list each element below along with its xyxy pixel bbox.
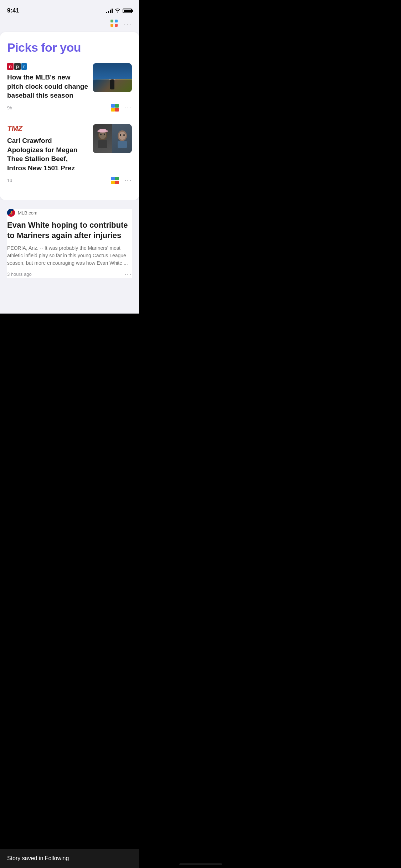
article-footer: 1d ··· — [7, 176, 132, 185]
svg-rect-13 — [118, 141, 127, 148]
full-article[interactable]: 🧍 MLB.com Evan White hoping to contribut… — [7, 209, 132, 278]
status-bar: 9:41 — [0, 0, 139, 18]
more-options-icon[interactable]: ··· — [124, 20, 132, 29]
article-footer: 9h ··· — [7, 104, 132, 112]
widget-icon[interactable] — [110, 19, 118, 29]
wifi-icon — [115, 8, 120, 14]
source-name: MLB.com — [18, 210, 37, 216]
status-icons — [106, 8, 132, 14]
source-row: 🧍 MLB.com — [7, 209, 132, 217]
svg-point-12 — [119, 132, 126, 140]
mlb-logo: 🧍 — [7, 209, 15, 217]
svg-rect-2 — [110, 24, 113, 27]
second-section: 🧍 MLB.com Evan White hoping to contribut… — [0, 200, 139, 313]
article-left: TMZ Carl Crawford Apologizes for Megan T… — [7, 124, 88, 173]
tmz-logo: TMZ — [7, 124, 88, 133]
article-title: How the MLB's new pitch clock could chan… — [7, 73, 88, 100]
svg-point-14 — [120, 134, 121, 136]
more-button[interactable]: ··· — [124, 270, 132, 278]
article-time: 1d — [7, 178, 12, 183]
full-article-time: 3 hours ago — [7, 272, 32, 277]
svg-point-15 — [123, 134, 125, 136]
article-item[interactable]: n p r How the MLB's new pitch clock coul… — [7, 63, 132, 118]
full-article-title: Evan White hoping to contribute to Marin… — [7, 220, 132, 241]
article-thumbnail — [93, 63, 132, 92]
article-title: Carl Crawford Apologizes for Megan Thee … — [7, 136, 88, 173]
more-button[interactable]: ··· — [124, 177, 132, 184]
main-card: Picks for you n p r How the MLB's new pi… — [0, 32, 139, 200]
status-time: 9:41 — [7, 7, 19, 14]
svg-rect-10 — [99, 129, 106, 132]
article-header: TMZ Carl Crawford Apologizes for Megan T… — [7, 124, 132, 173]
article-left: n p r How the MLB's new pitch clock coul… — [7, 63, 88, 100]
full-article-excerpt: PEORIA, Ariz. -- It was probably the Mar… — [7, 244, 132, 267]
more-button[interactable]: ··· — [124, 104, 132, 112]
google-news-icon[interactable] — [111, 104, 119, 112]
page-title: Picks for you — [7, 41, 132, 55]
article-time: 9h — [7, 105, 12, 110]
svg-rect-1 — [115, 20, 118, 22]
article-item[interactable]: TMZ Carl Crawford Apologizes for Megan T… — [7, 118, 132, 191]
article-actions: ··· — [111, 176, 132, 185]
article-thumbnail — [93, 124, 132, 153]
full-article-footer: 3 hours ago ··· — [7, 270, 132, 278]
article-actions: ··· — [111, 104, 132, 112]
svg-point-7 — [100, 134, 102, 135]
svg-point-8 — [104, 134, 105, 135]
npr-logo: n p r — [7, 63, 88, 70]
signal-icon — [106, 8, 113, 13]
article-header: n p r How the MLB's new pitch clock coul… — [7, 63, 132, 100]
battery-icon — [123, 9, 132, 13]
svg-rect-6 — [98, 140, 107, 148]
svg-rect-3 — [115, 24, 118, 27]
google-news-icon[interactable] — [111, 176, 119, 185]
svg-rect-0 — [110, 20, 113, 22]
top-nav: ··· — [0, 18, 139, 29]
